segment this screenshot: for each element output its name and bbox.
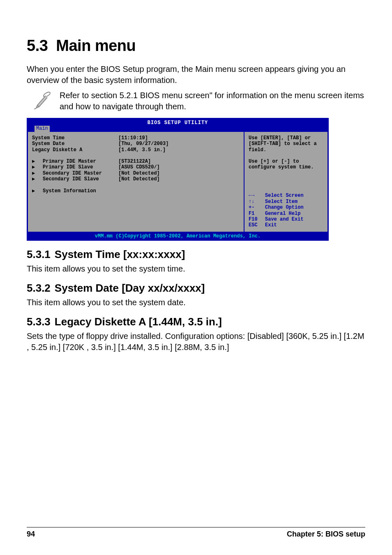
key-action: Change Option (265, 205, 304, 210)
sub-item: ▶ System Information (32, 188, 240, 194)
sub-value: [Not Detected] (118, 176, 160, 182)
bios-help-panel: Use [ENTER], [TAB] or [SHIFT-TAB] to sel… (244, 132, 327, 232)
sub-item: ▶ Primary IDE Master [ST321122A] (32, 159, 240, 164)
sub-item: ▶ Secondary IDE Slave [Not Detected] (32, 176, 240, 182)
bios-tabs: Main (28, 126, 327, 131)
bios-tab-main: Main (35, 126, 50, 131)
key-action: Select Item (265, 199, 297, 205)
key-action: Select Screen (265, 193, 304, 198)
bios-screenshot: BIOS SETUP UTILITY Main System Time [11:… (27, 118, 329, 241)
page-footer: 94 Chapter 5: BIOS setup (27, 527, 365, 539)
sub-item: ▶ Secondary IDE Master [Not Detected] (32, 170, 240, 176)
triangle-right-icon: ▶ (32, 159, 43, 164)
bios-copyright: vMM.mm (C)Copyright 1985-2002, American … (28, 232, 327, 240)
bios-title: BIOS SETUP UTILITY (28, 119, 327, 126)
system-date-label: System Date (32, 141, 118, 147)
help-text-1: Use [ENTER], [TAB] or [SHIFT-TAB] to sel… (249, 135, 323, 153)
bios-main-panel: System Time [11:10:19] System Date [Thu,… (28, 132, 244, 232)
sub-label: Primary IDE Master (43, 159, 118, 164)
system-date-value: [Thu, 09/27/2003] (118, 141, 168, 147)
subsection-body: This item allows you to set the system d… (27, 297, 365, 308)
sub-value: [ST321122A] (118, 159, 151, 164)
note-text: Refer to section 5.2.1 BIOS menu screen"… (60, 90, 365, 112)
key: ←→ (249, 193, 265, 198)
key: +- (249, 205, 265, 210)
subsection-title: System Time [xx:xx:xxxx] (55, 248, 185, 260)
subsection-heading: 5.3.3Legacy Diskette A [1.44M, 3.5 in.] (27, 315, 365, 328)
sub-item: ▶ Primary IDE Slave [ASUS CDS520/] (32, 164, 240, 170)
subsection-title: System Date [Day xx/xx/xxxx] (55, 282, 205, 294)
key: ↑↓ (249, 199, 265, 205)
intro-paragraph: When you enter the BIOS Setup program, t… (27, 64, 365, 86)
sub-label: Primary IDE Slave (43, 164, 118, 170)
system-time-value: [11:10:19] (118, 135, 148, 141)
sub-value: [Not Detected] (118, 170, 160, 176)
subsection-heading: 5.3.1System Time [xx:xx:xxxx] (27, 248, 365, 261)
svg-point-0 (43, 91, 51, 98)
subsection-title: Legacy Diskette A [1.44M, 3.5 in.] (55, 315, 222, 328)
diskette-value: [1.44M, 3.5 in.] (118, 147, 166, 153)
sub-label: Secondary IDE Master (43, 170, 118, 176)
subsection-number: 5.3.2 (27, 282, 51, 294)
key-action: General Help (265, 211, 300, 216)
bios-key-legend: ←→Select Screen ↑↓Select Item +-Change O… (249, 193, 323, 228)
section-heading: 5.3Main menu (27, 37, 365, 55)
triangle-right-icon: ▶ (32, 164, 43, 170)
triangle-right-icon: ▶ (32, 170, 43, 176)
note-block: Refer to section 5.2.1 BIOS menu screen"… (27, 90, 365, 112)
note-icon (27, 90, 60, 111)
chapter-label: Chapter 5: BIOS setup (287, 530, 365, 539)
key: ESC (249, 222, 265, 228)
sub-value: [ASUS CDS520/] (118, 164, 160, 170)
page-number: 94 (27, 530, 35, 539)
diskette-label: Legacy Diskette A (32, 147, 118, 153)
system-time-label: System Time (32, 135, 118, 141)
section-number: 5.3 (27, 37, 48, 55)
subsection-heading: 5.3.2System Date [Day xx/xx/xxxx] (27, 282, 365, 295)
triangle-right-icon: ▶ (32, 176, 43, 182)
subsection-number: 5.3.3 (27, 315, 51, 328)
sysinfo-label: System Information (43, 188, 118, 194)
subsection-body: This item allows you to set the system t… (27, 263, 365, 274)
section-title-text: Main menu (56, 37, 136, 54)
sub-label: Secondary IDE Slave (43, 176, 118, 182)
triangle-right-icon: ▶ (32, 188, 43, 194)
key: F1 (249, 211, 265, 216)
subsection-number: 5.3.1 (27, 248, 51, 260)
key: F10 (249, 216, 265, 222)
key-action: Exit (265, 222, 277, 228)
help-text-2: Use [+] or [-] to configure system time. (249, 159, 323, 170)
key-action: Save and Exit (265, 216, 304, 222)
subsection-body: Sets the type of floppy drive installed.… (27, 331, 365, 353)
